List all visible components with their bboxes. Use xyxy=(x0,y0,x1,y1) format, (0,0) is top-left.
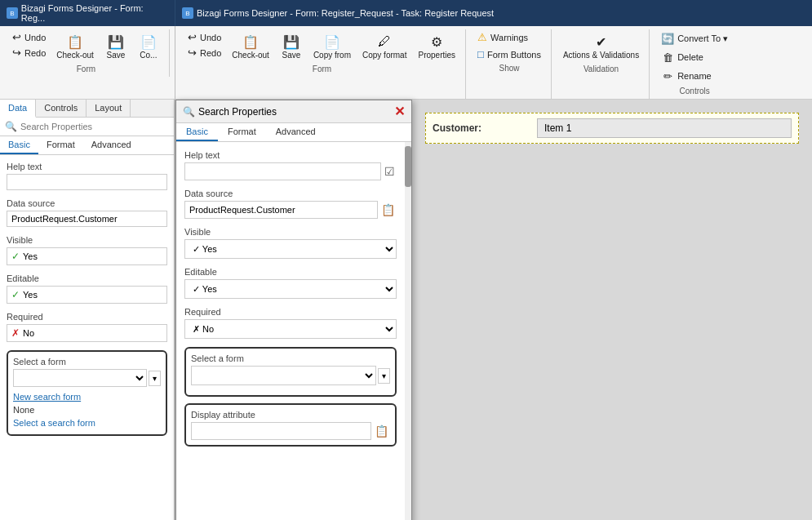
dialog-display-attr-label: Display attribute xyxy=(191,410,390,420)
tab-controls-left[interactable]: Controls xyxy=(36,100,87,117)
check-yes-icon-left: ✓ xyxy=(11,251,20,262)
help-text-input-left[interactable] xyxy=(7,174,167,190)
dialog-display-attr-icon-btn[interactable]: 📋 xyxy=(373,423,390,439)
none-link-left[interactable]: None xyxy=(13,403,161,416)
formbuttons-icon: □ xyxy=(477,48,484,60)
required-group-left: Required ✗ No xyxy=(7,312,167,342)
dialog-content: Help text ☑ Data source 📋 xyxy=(176,142,405,455)
props-tab-basic-left[interactable]: Basic xyxy=(0,136,38,154)
save-icon-left: 💾 xyxy=(107,33,125,51)
dialog-help-text-icon-btn[interactable]: ☑ xyxy=(383,163,397,180)
dialog-tab-format[interactable]: Format xyxy=(218,123,266,141)
warnings-button[interactable]: ⚠ Warnings xyxy=(473,29,546,45)
customer-value[interactable]: Item 1 xyxy=(537,118,792,138)
delete-icon: 🗑 xyxy=(661,51,674,64)
required-value-left[interactable]: ✗ No xyxy=(7,324,167,342)
undo-redo-right: ↩ Undo ↪ Redo xyxy=(184,29,225,60)
show-group: ⚠ Warnings □ Form Buttons xyxy=(473,29,546,62)
select-form-label-left: Select a form xyxy=(13,357,161,367)
actionsvalidations-icon: ✔ xyxy=(592,33,610,51)
checkout-icon-left: 📋 xyxy=(66,33,84,51)
ribbon-group-title-controls: Controls xyxy=(680,87,710,96)
search-properties-dialog: 🔍 Search Properties ✕ Basic Format Advan… xyxy=(175,100,412,520)
undo-redo-left: ↩ Undo ↪ Redo xyxy=(8,29,50,60)
datasource-label-left: Data source xyxy=(7,198,167,208)
convertto-button[interactable]: 🔄 Convert To ▾ xyxy=(656,29,733,47)
check-yes-icon2-left: ✓ xyxy=(11,289,20,300)
copyformat-button[interactable]: 🖊 Copy format xyxy=(357,29,411,63)
properties-button[interactable]: ⚙ Properties xyxy=(413,29,460,63)
dialog-editable-wrapper: ✓ Yes ✗ No xyxy=(184,279,397,299)
dialog-editable-select[interactable]: ✓ Yes ✗ No xyxy=(184,279,397,299)
dialog-select-form-arrow[interactable]: ▾ xyxy=(378,368,390,384)
dialog-display-attr-input[interactable] xyxy=(191,422,371,440)
convertto-icon: 🔄 xyxy=(661,32,674,45)
dialog-title-row: 🔍 Search Properties xyxy=(183,106,277,118)
dialog-datasource-label: Data source xyxy=(184,189,397,198)
save-button-left[interactable]: 💾 Save xyxy=(100,29,131,63)
copyfrom-button[interactable]: 📄 Copy from xyxy=(308,29,356,63)
dialog-help-text-wrapper: ☑ xyxy=(184,162,397,180)
search-input-left[interactable] xyxy=(20,122,169,131)
formbuttons-button[interactable]: □ Form Buttons xyxy=(473,47,546,62)
select-form-group-left: Select a form ▾ New search form None Sel… xyxy=(7,350,167,436)
dialog-visible-select[interactable]: ✓ Yes ✗ No xyxy=(184,239,397,259)
dialog-required-label: Required xyxy=(184,307,397,317)
tab-data-left[interactable]: Data xyxy=(0,100,36,118)
actionsvalidations-button[interactable]: ✔ Actions & Validations xyxy=(558,29,644,63)
dialog-display-attr-group: Display attribute 📋 xyxy=(184,403,397,447)
dialog-search-icon: 🔍 xyxy=(183,106,195,118)
props-content-left: Help text Data source Visible ✓ Yes Edit… xyxy=(0,155,174,520)
dialog-select-form-wrapper: ▾ xyxy=(191,366,390,385)
dialog-datasource-icon-btn[interactable]: 📋 xyxy=(379,202,397,218)
properties-icon: ⚙ xyxy=(428,33,446,51)
rename-button[interactable]: ✏ Rename xyxy=(656,67,733,85)
datasource-input-left[interactable] xyxy=(7,211,167,227)
editable-value-left[interactable]: ✓ Yes xyxy=(7,286,167,304)
select-form-arrow-left[interactable]: ▾ xyxy=(149,371,161,386)
dialog-datasource-input[interactable] xyxy=(184,201,378,219)
save-button[interactable]: 💾 Save xyxy=(276,29,307,63)
dialog-tab-basic[interactable]: Basic xyxy=(176,123,218,141)
props-tab-format-left[interactable]: Format xyxy=(38,136,83,154)
select-search-form-link-left[interactable]: Select a search form xyxy=(13,416,161,429)
select-form-dropdown-left[interactable] xyxy=(13,369,147,387)
dialog-visible-group: Visible ✓ Yes ✗ No xyxy=(184,227,397,259)
props-tabs-left: Basic Format Advanced xyxy=(0,136,174,155)
dialog-datasource-wrapper: 📋 xyxy=(184,201,397,219)
dialog-required-select[interactable]: ✗ No ✓ Yes xyxy=(184,319,397,339)
visible-value-left[interactable]: ✓ Yes xyxy=(7,247,167,265)
dialog-close-button[interactable]: ✕ xyxy=(394,104,405,119)
delete-button[interactable]: 🗑 Delete xyxy=(656,48,733,66)
cross-no-icon-left: ✗ xyxy=(11,327,20,339)
dialog-tab-advanced[interactable]: Advanced xyxy=(266,123,326,141)
dialog-header: 🔍 Search Properties ✕ xyxy=(176,100,411,123)
ribbon-group-title-validation: Validation xyxy=(583,64,619,73)
redo-button-left[interactable]: ↪ Redo xyxy=(8,45,50,60)
ribbon-group-title-form: Form xyxy=(313,64,331,73)
undo-button-left[interactable]: ↩ Undo xyxy=(8,29,50,45)
ribbon-group-title-form-left: Form xyxy=(77,64,95,73)
tab-layout-left[interactable]: Layout xyxy=(87,100,131,117)
dialog-help-text-group: Help text ☑ xyxy=(184,150,397,180)
dialog-datasource-group: Data source 📋 xyxy=(184,189,397,219)
dialog-scrollbar-thumb[interactable] xyxy=(405,146,411,187)
redo-button[interactable]: ↪ Redo xyxy=(184,45,225,60)
help-text-label-left: Help text xyxy=(7,162,167,171)
props-tab-advanced-left[interactable]: Advanced xyxy=(83,136,140,154)
undo-icon-left: ↩ xyxy=(12,31,21,43)
dialog-editable-group: Editable ✓ Yes ✗ No xyxy=(184,267,397,299)
dialog-select-form-group: Select a form ▾ xyxy=(184,347,397,397)
dialog-help-text-label: Help text xyxy=(184,150,397,160)
dialog-scrollbar[interactable] xyxy=(405,142,411,520)
checkout-button-left[interactable]: 📋 Check-out xyxy=(51,29,99,63)
visible-label-left: Visible xyxy=(7,235,167,245)
dialog-select-form-select[interactable] xyxy=(191,366,376,385)
checkout-button[interactable]: 📋 Check-out xyxy=(227,29,274,63)
copyfrom-button-left[interactable]: 📄 Co... xyxy=(133,29,164,63)
ribbon-group-show: ⚠ Warnings □ Form Buttons Show xyxy=(468,29,552,99)
dialog-help-text-input[interactable] xyxy=(184,162,381,180)
undo-button[interactable]: ↩ Undo xyxy=(184,29,225,45)
new-search-form-link-left[interactable]: New search form xyxy=(13,390,161,403)
datasource-group-left: Data source xyxy=(7,198,167,227)
